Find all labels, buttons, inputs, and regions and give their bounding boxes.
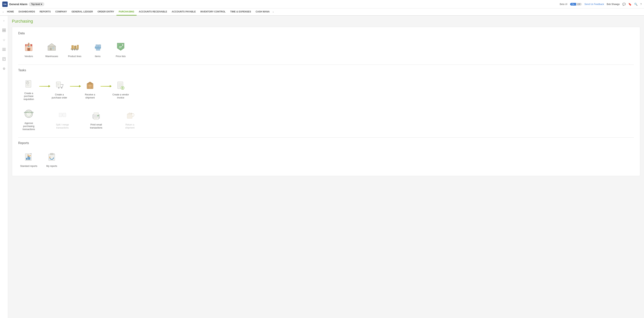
sidebar-doc-icon[interactable] — [1, 56, 7, 62]
split-merge-icon — [56, 109, 68, 122]
chat-icon[interactable]: 💬 — [622, 3, 626, 6]
nav-home[interactable]: HOME — [5, 8, 16, 16]
svg-rect-18 — [31, 44, 32, 46]
approve-purchasing-label: Approve purchasing transactions — [20, 122, 37, 131]
beta-toggle[interactable]: On Off — [570, 3, 582, 6]
items-icon — [92, 41, 104, 53]
return-shipment-item: Return a shipment — [119, 107, 140, 131]
svg-point-30 — [72, 49, 73, 50]
receive-shipment-item[interactable]: Receive a shipment — [80, 77, 100, 101]
app-name: General Alarm — [9, 3, 28, 6]
product-lines-label: Product lines — [68, 55, 81, 58]
nav-inventory-control[interactable]: INVENTORY CONTROL — [198, 8, 228, 16]
sidebar-grid-icon[interactable] — [1, 27, 7, 33]
svg-point-32 — [76, 49, 78, 50]
standard-reports-label: Standard reports — [20, 165, 37, 168]
nav-reports[interactable]: REPORTS — [37, 8, 53, 16]
my-reports-label: My reports — [46, 165, 57, 168]
create-purchase-order-label: Create a purchase order — [51, 93, 68, 99]
svg-rect-23 — [50, 48, 52, 50]
svg-rect-88 — [50, 153, 53, 155]
return-shipment-icon — [124, 109, 136, 122]
nav-dashboards[interactable]: DASHBOARDS — [16, 8, 37, 16]
svg-point-38 — [122, 44, 123, 46]
split-merge-item: Split / merge transactions — [52, 107, 73, 131]
create-purchase-order-item[interactable]: Create a purchase order — [49, 77, 70, 101]
product-lines-item[interactable]: Product lines — [64, 39, 85, 60]
svg-rect-74 — [94, 117, 98, 120]
app-logo: GA — [2, 2, 8, 7]
data-section-title: Data — [18, 32, 634, 35]
sidebar-list-icon[interactable] — [1, 46, 7, 52]
standard-reports-icon — [22, 150, 35, 163]
warehouses-item[interactable]: Warehouses — [41, 39, 62, 60]
data-icon-grid: 🏪 Vendors — [18, 39, 634, 60]
create-purchase-order-icon — [53, 79, 66, 92]
svg-rect-36 — [96, 45, 98, 47]
svg-rect-2 — [2, 30, 4, 32]
print-email-item[interactable]: Print/ email transactions — [86, 107, 107, 131]
price-lists-item[interactable]: Price lists — [110, 39, 131, 60]
nav-company[interactable]: COMPANY — [53, 8, 69, 16]
svg-rect-13 — [28, 48, 30, 51]
print-email-icon — [90, 109, 102, 122]
nav-back-arrow[interactable]: ‹ — [2, 10, 5, 14]
nav-accounts-payable[interactable]: ACCOUNTS PAYABLE — [169, 8, 198, 16]
svg-rect-5 — [2, 49, 6, 50]
svg-point-47 — [58, 87, 60, 88]
svg-rect-73 — [94, 113, 98, 115]
svg-rect-68 — [59, 113, 62, 117]
top-level-button[interactable]: Top level ▾ — [29, 2, 44, 6]
toggle-off[interactable]: Off — [576, 3, 582, 6]
items-item[interactable]: Items — [87, 39, 108, 60]
sidebar-settings-icon[interactable]: ⚙ — [1, 66, 7, 72]
approve-purchasing-icon: APPROVED — [22, 108, 35, 120]
svg-point-19 — [28, 43, 30, 44]
feedback-link[interactable]: Send Us Feedback — [584, 3, 604, 6]
nav-purchasing[interactable]: PURCHASING — [116, 8, 136, 16]
main-content: Purchasing Data — [8, 16, 644, 318]
sidebar-star-icon[interactable]: ☆ — [1, 37, 7, 43]
price-lists-icon — [114, 41, 127, 53]
svg-text:APPROVED: APPROVED — [24, 112, 34, 114]
svg-rect-3 — [4, 30, 6, 32]
product-lines-icon — [68, 41, 81, 53]
print-email-label: Print/ email transactions — [88, 123, 105, 129]
nav-bar: ‹ HOME DASHBOARDS REPORTS COMPANY GENERA… — [0, 8, 644, 16]
svg-point-31 — [74, 49, 75, 50]
svg-marker-53 — [87, 82, 93, 84]
items-label: Items — [95, 55, 100, 58]
svg-rect-82 — [26, 158, 27, 160]
create-purchase-req-item[interactable]: ? Create a purchase requisition — [18, 76, 39, 103]
sidebar-expand-icon[interactable]: › — [1, 18, 7, 24]
nav-cash-management[interactable]: CASH MANA — [253, 8, 272, 16]
nav-order-entry[interactable]: ORDER ENTRY — [95, 8, 116, 16]
nav-time-expenses[interactable]: TIME & EXPENSES — [228, 8, 254, 16]
toggle-on[interactable]: On — [570, 3, 576, 6]
svg-rect-56 — [88, 85, 92, 86]
bookmark-icon[interactable]: 🔖 — [628, 3, 632, 6]
price-lists-label: Price lists — [116, 55, 126, 58]
vendors-item[interactable]: 🏪 Vendors — [18, 39, 39, 60]
tasks-row1: ? Create a purchase requisition — [18, 76, 634, 103]
top-bar-right: Beta UI On Off Send Us Feedback Bob Shaw… — [560, 3, 642, 6]
tasks-row2: APPROVED Approve purchasing transactions — [18, 106, 634, 133]
create-vendor-invoice-label: Create a vendor invoice — [112, 93, 129, 99]
svg-rect-27 — [72, 46, 74, 48]
svg-rect-29 — [77, 45, 78, 48]
my-reports-item[interactable]: My reports — [41, 149, 62, 170]
search-icon[interactable]: 🔍 — [634, 3, 638, 6]
help-icon[interactable]: ? — [640, 3, 642, 6]
user-name: Bob Shawgo — [607, 3, 620, 6]
beta-ui-label: Beta UI — [560, 3, 568, 6]
nav-more-arrow[interactable]: › — [272, 10, 274, 14]
split-merge-label: Split / merge transactions — [54, 123, 71, 129]
standard-reports-item[interactable]: Standard reports — [18, 149, 39, 170]
create-vendor-invoice-item[interactable]: Create a vendor invoice — [110, 77, 131, 101]
approve-purchasing-item[interactable]: APPROVED Approve purchasing transactions — [18, 106, 39, 133]
svg-rect-1 — [4, 29, 6, 30]
nav-general-ledger[interactable]: GENERAL LEDGER — [69, 8, 95, 16]
svg-rect-4 — [2, 48, 6, 48]
return-shipment-label: Return a shipment — [121, 123, 138, 129]
nav-accounts-receivable[interactable]: ACCOUNTS RECEIVABLE — [136, 8, 170, 16]
